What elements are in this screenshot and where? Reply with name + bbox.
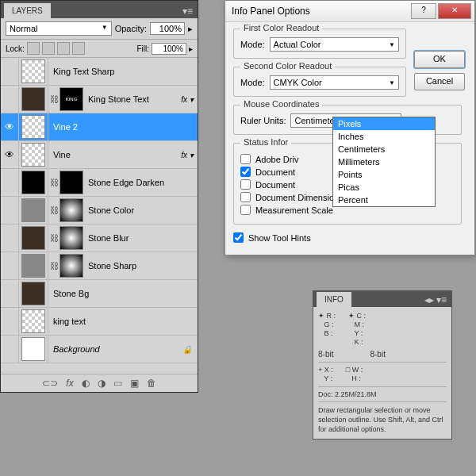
layer-name[interactable]: Stone Edge Darken <box>83 178 177 187</box>
link-icon[interactable]: ⛓ <box>48 261 60 271</box>
fx-icon[interactable]: fx <box>66 378 73 389</box>
panel-menu-icon[interactable]: ▾≡ <box>178 4 198 18</box>
new-layer-icon[interactable]: ▣ <box>130 378 139 389</box>
first-mode-select[interactable]: Actual Color▼ <box>270 37 399 52</box>
layer-mask-thumb[interactable] <box>60 198 83 222</box>
layer-thumb[interactable] <box>21 309 45 333</box>
layer-name[interactable]: Background <box>48 344 177 354</box>
visibility-toggle[interactable] <box>1 280 19 307</box>
lock-image-icon[interactable] <box>42 42 55 55</box>
dropdown-option[interactable]: Points <box>333 168 435 181</box>
tab-info[interactable]: INFO <box>317 292 351 307</box>
layer-thumb[interactable] <box>21 198 45 222</box>
fx-indicator[interactable]: 🔒 <box>177 345 198 354</box>
layer-name[interactable]: king text <box>48 317 177 326</box>
layer-name[interactable]: Vine 2 <box>48 122 177 132</box>
mask-icon[interactable]: ◐ <box>82 378 90 389</box>
lock-all-icon[interactable] <box>72 42 85 55</box>
link-icon[interactable]: ⛓ <box>48 205 60 215</box>
dropdown-option[interactable]: Millimeters <box>333 155 435 168</box>
rgb-readout: ✦ R : G : B : <box>318 312 336 347</box>
layer-row[interactable]: 👁 Vine fx ▾ <box>1 141 198 169</box>
close-button[interactable]: ✕ <box>438 3 471 19</box>
layer-row[interactable]: king text <box>1 308 198 336</box>
dropdown-option[interactable]: Centimeters <box>333 143 435 155</box>
ok-button[interactable]: OK <box>414 51 465 68</box>
layer-row[interactable]: King Text Sharp <box>1 58 198 86</box>
dropdown-option[interactable]: Percent <box>333 194 435 206</box>
status-checkbox[interactable] <box>240 205 251 215</box>
layer-row[interactable]: ⛓ Stone Blur <box>1 225 198 252</box>
cancel-button[interactable]: Cancel <box>414 73 465 90</box>
layer-name[interactable]: Stone Sharp <box>83 261 177 271</box>
lock-position-icon[interactable] <box>57 42 70 55</box>
dropdown-option[interactable]: Picas <box>333 181 435 194</box>
layer-name[interactable]: Vine <box>48 150 177 159</box>
layer-thumb[interactable] <box>21 115 45 139</box>
layer-mask-thumb[interactable]: KING <box>60 87 83 111</box>
layer-mask-thumb[interactable] <box>60 254 83 278</box>
visibility-toggle[interactable] <box>1 336 19 363</box>
visibility-toggle[interactable] <box>1 58 19 85</box>
blend-mode-select[interactable]: Normal▼ <box>6 21 112 36</box>
link-icon[interactable]: ⛓ <box>48 178 60 187</box>
status-checkbox[interactable] <box>240 179 251 190</box>
group-icon[interactable]: ▭ <box>113 378 122 389</box>
second-mode-select[interactable]: CMYK Color▼ <box>270 75 399 90</box>
layer-row[interactable]: ⛓KING King Stone Text fx ▾ <box>1 86 198 113</box>
lock-transparent-icon[interactable] <box>27 42 40 55</box>
status-checkbox[interactable] <box>240 154 251 164</box>
dialog-titlebar[interactable]: Info Panel Options ? ✕ <box>225 1 474 22</box>
layer-name[interactable]: Stone Blur <box>83 233 177 243</box>
visibility-toggle[interactable] <box>1 308 19 335</box>
status-checkbox[interactable] <box>240 167 251 177</box>
layer-mask-thumb[interactable] <box>60 171 83 194</box>
layer-row[interactable]: Stone Bg <box>1 280 198 308</box>
layer-thumb[interactable] <box>21 60 45 83</box>
link-layers-icon[interactable]: ⊂⊃ <box>42 378 58 389</box>
visibility-toggle[interactable] <box>1 225 19 251</box>
tab-layers[interactable]: LAYERS <box>4 3 51 18</box>
layer-name[interactable]: Stone Color <box>83 205 177 215</box>
layer-thumb[interactable] <box>21 143 45 167</box>
adjustment-icon[interactable]: ◑ <box>98 378 106 389</box>
trash-icon[interactable]: 🗑 <box>147 378 156 389</box>
visibility-toggle[interactable]: 👁 <box>1 141 19 168</box>
show-tool-hints-checkbox[interactable] <box>233 232 244 243</box>
visibility-toggle[interactable] <box>1 197 19 224</box>
opacity-label: Opacity: <box>115 24 147 33</box>
fill-value[interactable]: 100% <box>152 43 186 55</box>
link-icon[interactable]: ⛓ <box>48 233 60 243</box>
layer-row[interactable]: ⛓ Stone Color <box>1 197 198 225</box>
layer-name[interactable]: Stone Bg <box>48 289 177 298</box>
visibility-toggle[interactable] <box>1 86 19 113</box>
layer-row[interactable]: ⛓ Stone Edge Darken <box>1 169 198 197</box>
layer-thumb[interactable] <box>21 226 45 250</box>
layer-thumb[interactable] <box>21 87 45 111</box>
dropdown-option[interactable]: Inches <box>333 130 435 143</box>
layer-thumb[interactable] <box>21 282 45 305</box>
layer-row[interactable]: ⛓ Stone Sharp <box>1 252 198 280</box>
visibility-toggle[interactable] <box>1 169 19 196</box>
visibility-toggle[interactable]: 👁 <box>1 113 19 140</box>
info-panel-menu-icon[interactable]: ◂▸ ▾≡ <box>420 293 451 307</box>
opacity-value[interactable]: 100% <box>150 22 185 35</box>
help-button[interactable]: ? <box>411 3 436 19</box>
info-panel-options-dialog: Info Panel Options ? ✕ OK Cancel First C… <box>225 0 475 255</box>
layer-name[interactable]: King Stone Text <box>83 94 177 104</box>
layer-thumb[interactable] <box>21 254 45 278</box>
layer-row[interactable]: Background 🔒 <box>1 336 198 363</box>
link-icon[interactable]: ⛓ <box>48 94 60 104</box>
ruler-units-dropdown[interactable]: PixelsInchesCentimetersMillimetersPoints… <box>332 117 436 207</box>
layer-thumb[interactable] <box>21 171 45 194</box>
layer-thumb[interactable] <box>21 337 45 361</box>
visibility-toggle[interactable] <box>1 252 19 279</box>
fx-indicator[interactable]: fx ▾ <box>177 95 198 104</box>
dropdown-option[interactable]: Pixels <box>333 117 435 130</box>
layer-row[interactable]: 👁 Vine 2 <box>1 113 198 141</box>
layer-mask-thumb[interactable] <box>60 226 83 250</box>
status-checkbox[interactable] <box>240 192 251 202</box>
layer-name[interactable]: King Text Sharp <box>48 67 177 76</box>
doc-size: Doc: 2.25M/21.8M <box>318 390 447 398</box>
fx-indicator[interactable]: fx ▾ <box>177 151 198 159</box>
